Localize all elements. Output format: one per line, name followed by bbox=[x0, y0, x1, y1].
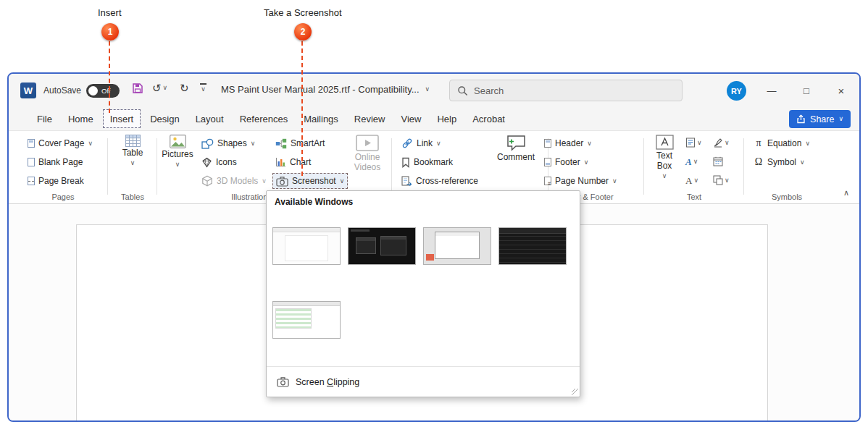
callout-line-1 bbox=[109, 41, 110, 113]
resize-grip[interactable] bbox=[572, 389, 578, 395]
chart-button[interactable]: Chart bbox=[272, 154, 314, 170]
drop-cap-button[interactable]: A ∨ bbox=[685, 173, 698, 187]
tab-home[interactable]: Home bbox=[60, 107, 101, 130]
tab-review[interactable]: Review bbox=[346, 107, 393, 130]
page-break-button[interactable]: Page Break bbox=[25, 173, 87, 189]
smartart-button[interactable]: SmartArt bbox=[272, 135, 327, 151]
page-break-label: Page Break bbox=[38, 176, 84, 186]
window-thumbnail-2[interactable] bbox=[348, 227, 416, 265]
blank-page-icon bbox=[28, 158, 35, 166]
screenshot-button[interactable]: Screenshot ∨ bbox=[272, 173, 348, 189]
cover-page-button[interactable]: Cover Page ∨ bbox=[25, 135, 96, 151]
thumbnail-dialog bbox=[435, 232, 480, 259]
link-button[interactable]: Link ∨ bbox=[398, 135, 444, 151]
text-box-icon bbox=[656, 135, 674, 150]
redo-icon: ↻ bbox=[180, 83, 189, 93]
equation-label: Equation bbox=[767, 138, 801, 148]
chevron-down-icon: ∨ bbox=[725, 177, 730, 184]
tab-design[interactable]: Design bbox=[142, 107, 187, 130]
search-icon bbox=[457, 85, 468, 96]
online-videos-button[interactable]: Online Videos bbox=[350, 135, 385, 173]
group-label-pages: Pages bbox=[22, 193, 104, 201]
3d-models-label: 3D Models bbox=[217, 176, 258, 186]
chevron-down-icon: ∨ bbox=[697, 140, 702, 146]
tab-view[interactable]: View bbox=[393, 107, 429, 130]
symbol-label: Symbol bbox=[767, 157, 796, 167]
thumbnail-menubar bbox=[351, 229, 370, 232]
group-text: Text Box ∨ ∨ ∨ A ∨ A ∨ bbox=[648, 131, 740, 203]
date-time-button[interactable] bbox=[713, 154, 723, 169]
toggle-knob bbox=[88, 86, 98, 96]
callout-label-1: Insert bbox=[98, 7, 122, 18]
shapes-button[interactable]: Shapes ∨ bbox=[199, 135, 258, 151]
save-button[interactable] bbox=[132, 83, 143, 94]
chevron-down-icon: ∨ bbox=[201, 86, 206, 93]
close-icon: × bbox=[838, 85, 845, 97]
title-bar: W AutoSave Off ↺ ∨ ↻ ∨ MS Paint User Man… bbox=[9, 74, 859, 107]
document-title[interactable]: MS Paint User Manual 2025.rtf - Compatib… bbox=[221, 84, 430, 95]
thumbnail-titlebar bbox=[273, 228, 340, 232]
word-app-letter: W bbox=[24, 85, 33, 96]
callout-badge-2: 2 bbox=[294, 23, 312, 41]
tab-mailings[interactable]: Mailings bbox=[296, 107, 346, 130]
3d-models-button[interactable]: 3D Models ∨ bbox=[199, 173, 270, 189]
close-button[interactable]: × bbox=[825, 74, 857, 107]
maximize-icon: □ bbox=[804, 85, 809, 96]
quick-parts-button[interactable]: ∨ bbox=[685, 135, 702, 150]
chevron-down-icon: ∨ bbox=[130, 160, 135, 166]
bookmark-button[interactable]: Bookmark bbox=[398, 154, 456, 170]
minimize-button[interactable]: — bbox=[756, 74, 788, 107]
save-icon bbox=[132, 83, 143, 94]
tab-help[interactable]: Help bbox=[429, 107, 464, 130]
screen-clipping-item[interactable]: Screen Clipping bbox=[267, 366, 580, 397]
tab-layout[interactable]: Layout bbox=[188, 107, 232, 130]
minimize-icon: — bbox=[767, 85, 777, 96]
text-box-button[interactable]: Text Box ∨ bbox=[648, 135, 681, 179]
customize-quick-access-button[interactable]: ∨ bbox=[200, 83, 206, 93]
date-time-icon bbox=[713, 156, 723, 166]
search-input[interactable] bbox=[474, 85, 655, 96]
share-button[interactable]: Share ∨ bbox=[789, 110, 851, 128]
cover-page-icon bbox=[28, 139, 35, 148]
blank-page-button[interactable]: Blank Page bbox=[25, 154, 85, 170]
header-button[interactable]: Header ∨ bbox=[541, 135, 595, 151]
avatar-initials: RY bbox=[731, 87, 742, 96]
tab-references[interactable]: References bbox=[232, 107, 296, 130]
chevron-down-icon: ∨ bbox=[612, 178, 617, 185]
pictures-button[interactable]: Pictures ∨ bbox=[159, 135, 196, 168]
collapse-ribbon-button[interactable]: ∧ bbox=[843, 188, 849, 198]
window-thumbnail-1[interactable] bbox=[272, 227, 341, 265]
comment-button[interactable]: Comment bbox=[490, 135, 542, 163]
window-thumbnail-5[interactable] bbox=[272, 301, 341, 339]
page-number-icon: # bbox=[544, 177, 551, 185]
icons-button[interactable]: Icons bbox=[199, 154, 240, 170]
footer-button[interactable]: Footer ∨ bbox=[541, 154, 591, 170]
share-label: Share bbox=[810, 114, 834, 124]
tab-acrobat[interactable]: Acrobat bbox=[464, 107, 513, 130]
object-button[interactable]: ∨ bbox=[713, 173, 730, 187]
autosave-toggle[interactable]: Off bbox=[86, 84, 120, 98]
equation-button[interactable]: π Equation ∨ bbox=[751, 135, 813, 151]
redo-button[interactable]: ↻ bbox=[180, 83, 189, 93]
window-thumbnail-4[interactable] bbox=[498, 227, 567, 265]
window-thumbnail-3[interactable] bbox=[423, 227, 491, 265]
thumbnail-titlebar bbox=[273, 302, 340, 306]
cross-reference-icon bbox=[401, 176, 412, 187]
wordart-button[interactable]: A ∨ bbox=[685, 154, 698, 169]
icons-label: Icons bbox=[216, 157, 237, 167]
cross-reference-button[interactable]: Cross-reference bbox=[398, 173, 481, 189]
signature-line-button[interactable]: ∨ bbox=[713, 135, 730, 150]
page-number-button[interactable]: # Page Number ∨ bbox=[541, 173, 620, 189]
tab-file[interactable]: File bbox=[29, 107, 60, 130]
account-avatar[interactable]: RY bbox=[727, 81, 746, 101]
undo-button[interactable]: ↺ ∨ bbox=[152, 83, 167, 93]
shapes-icon bbox=[201, 138, 214, 149]
table-button[interactable]: Table ∨ bbox=[114, 135, 151, 166]
chevron-down-icon: ∨ bbox=[725, 140, 730, 146]
symbol-button[interactable]: Ω Symbol ∨ bbox=[751, 154, 808, 170]
chevron-down-icon: ∨ bbox=[805, 140, 810, 147]
maximize-button[interactable]: □ bbox=[790, 74, 822, 107]
table-label: Table bbox=[122, 148, 143, 158]
word-app-icon: W bbox=[20, 83, 36, 98]
chevron-down-icon: ∨ bbox=[425, 86, 430, 93]
